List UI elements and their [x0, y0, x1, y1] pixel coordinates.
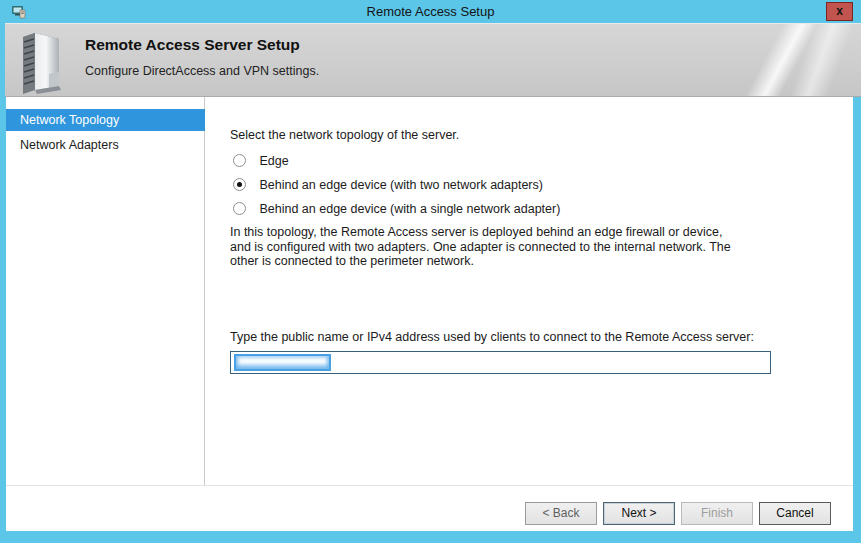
radio-unchecked-icon[interactable] — [233, 202, 246, 215]
main-content: Select the network topology of the serve… — [206, 97, 853, 531]
topology-prompt: Select the network topology of the serve… — [230, 128, 459, 142]
remote-access-setup-icon — [11, 4, 27, 20]
public-name-input[interactable] — [230, 351, 771, 374]
radio-checked-icon[interactable] — [233, 178, 246, 191]
wizard-steps-sidebar: Network Topology Network Adapters — [6, 97, 205, 485]
sidebar-item-network-topology[interactable]: Network Topology — [6, 109, 205, 131]
radio-option-edge[interactable]: Edge — [233, 151, 289, 167]
radio-option-label[interactable]: Behind an edge device (with a single net… — [259, 202, 560, 216]
server-tower-icon — [15, 28, 69, 97]
title-bar[interactable]: Remote Access Setup x — [0, 0, 861, 23]
header-streak-decoration — [660, 23, 861, 97]
close-button[interactable]: x — [826, 2, 853, 21]
footer-divider — [6, 485, 853, 486]
page-title: Remote Access Server Setup — [85, 36, 300, 54]
radio-option-label[interactable]: Edge — [259, 154, 288, 168]
cancel-button[interactable]: Cancel — [759, 502, 831, 525]
window-title: Remote Access Setup — [0, 0, 861, 23]
back-button[interactable]: < Back — [525, 502, 597, 525]
radio-option-label[interactable]: Behind an edge device (with two network … — [259, 178, 543, 192]
finish-button: Finish — [681, 502, 753, 525]
public-name-label: Type the public name or IPv4 address use… — [230, 330, 754, 344]
topology-description: In this topology, the Remote Access serv… — [230, 225, 742, 269]
sidebar-item-network-adapters[interactable]: Network Adapters — [6, 134, 205, 156]
next-button[interactable]: Next > — [603, 502, 675, 525]
radio-option-behind-edge-single-adapter[interactable]: Behind an edge device (with a single net… — [233, 199, 560, 215]
remote-access-setup-window: Remote Access Setup x — [0, 0, 861, 543]
radio-option-behind-edge-two-adapters[interactable]: Behind an edge device (with two network … — [233, 175, 543, 191]
page-subtitle: Configure DirectAccess and VPN settings. — [85, 64, 319, 78]
content-panel: Network Topology Network Adapters Select… — [6, 97, 853, 531]
wizard-header: Remote Access Server Setup Configure Dir… — [5, 23, 861, 97]
radio-unchecked-icon[interactable] — [233, 154, 246, 167]
